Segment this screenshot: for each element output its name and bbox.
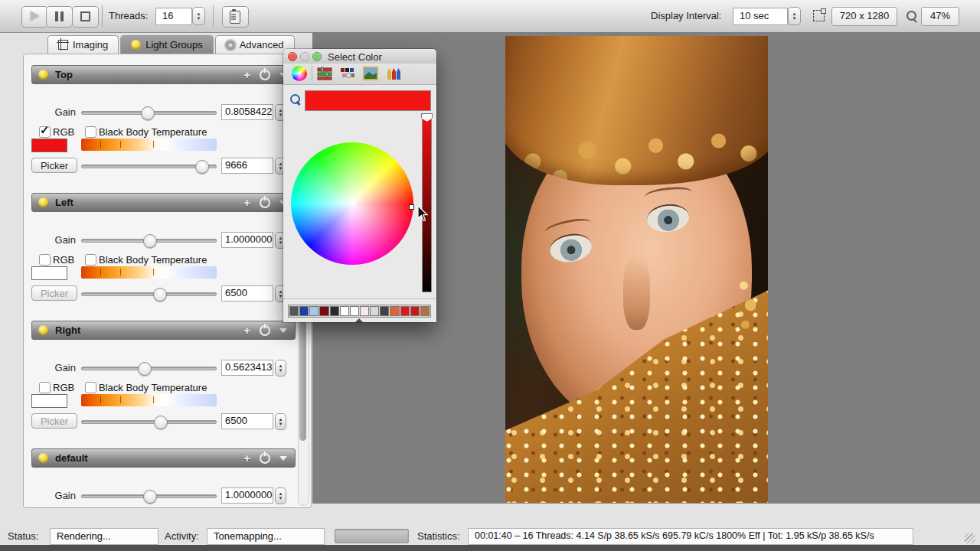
picker-value[interactable]: 6500 <box>221 285 273 302</box>
crayons-mode-icon[interactable] <box>386 67 401 80</box>
add-icon[interactable]: + <box>243 69 250 80</box>
gain-slider-thumb[interactable] <box>141 106 155 120</box>
color-swatch[interactable] <box>330 306 339 316</box>
group-color-swatch[interactable] <box>31 266 67 280</box>
picker-slider[interactable] <box>81 285 217 302</box>
color-wheel-mode-icon[interactable] <box>292 66 307 81</box>
minimize-icon[interactable] <box>300 52 309 61</box>
power-icon[interactable] <box>260 197 270 208</box>
add-icon[interactable]: + <box>243 452 250 464</box>
blackbody-gradient[interactable] <box>81 394 217 406</box>
picker-slider[interactable] <box>81 158 217 174</box>
gain-slider[interactable] <box>81 360 217 377</box>
group-header[interactable]: Left + <box>31 193 296 212</box>
gain-slider[interactable] <box>81 232 217 249</box>
image-palette-mode-icon[interactable] <box>363 67 378 80</box>
gain-value[interactable]: 0.8058422 <box>221 104 273 120</box>
gain-value[interactable]: 0.5623413 <box>221 360 273 376</box>
color-swatch[interactable] <box>420 306 430 316</box>
picker-slider-thumb[interactable] <box>195 160 209 174</box>
blackbody-gradient[interactable] <box>81 139 217 151</box>
gain-stepper[interactable]: ▲▼ <box>275 487 286 504</box>
gain-slider-thumb[interactable] <box>143 234 157 248</box>
gain-slider-thumb[interactable] <box>138 362 152 376</box>
blackbody-gradient[interactable] <box>81 266 217 279</box>
gain-value[interactable]: 1.0000000 <box>221 487 273 504</box>
color-swatch[interactable] <box>289 306 299 316</box>
gain-stepper[interactable]: ▲▼ <box>275 360 286 377</box>
picker-stepper[interactable]: ▲▼ <box>275 413 286 430</box>
power-icon[interactable] <box>260 453 270 464</box>
zoom-magnifier-icon[interactable] <box>906 11 916 21</box>
tab-advanced[interactable]: Advanced <box>215 35 295 54</box>
color-swatch[interactable] <box>400 306 410 316</box>
color-swatch[interactable] <box>360 306 369 316</box>
bbt-checkbox[interactable] <box>85 254 96 266</box>
add-icon[interactable]: + <box>243 197 250 208</box>
display-interval-input[interactable]: 10 sec <box>733 8 788 25</box>
stop-button[interactable] <box>72 6 99 28</box>
resize-icon[interactable] <box>813 10 825 21</box>
pause-button[interactable] <box>46 6 73 28</box>
status-value: Rendering... <box>50 528 158 545</box>
picker-slider[interactable] <box>81 413 217 430</box>
dialog-titlebar[interactable]: Select Color <box>283 49 436 64</box>
group-color-swatch[interactable] <box>31 139 67 152</box>
group-header[interactable]: default + <box>31 448 296 468</box>
gain-value[interactable]: 1.0000000 <box>221 232 273 248</box>
picker-slider-thumb[interactable] <box>153 288 167 302</box>
close-icon[interactable] <box>288 52 297 61</box>
rgb-checkbox[interactable] <box>39 126 51 138</box>
tab-label: Imaging <box>73 39 108 51</box>
add-icon[interactable]: + <box>243 324 250 336</box>
gain-slider-thumb[interactable] <box>143 490 157 504</box>
bbt-checkbox[interactable] <box>85 382 96 393</box>
zoom-level-display[interactable]: 47% <box>921 7 959 26</box>
color-swatch[interactable] <box>380 306 389 316</box>
slider-track <box>81 292 217 296</box>
color-search-icon[interactable] <box>290 94 300 104</box>
group-header[interactable]: Right + <box>31 321 296 340</box>
rgb-checkbox[interactable] <box>39 254 51 266</box>
color-swatch[interactable] <box>299 306 309 316</box>
threads-stepper[interactable]: ▲▼ <box>192 7 205 25</box>
chevron-down-icon[interactable] <box>279 328 287 333</box>
dialog-mode-toolbar <box>283 64 436 85</box>
drawer-resize-handle[interactable] <box>355 318 363 322</box>
color-wheel[interactable] <box>291 142 413 265</box>
picker-button[interactable]: Picker <box>31 285 77 301</box>
rgb-checkbox[interactable] <box>39 382 51 393</box>
bbt-checkbox[interactable] <box>85 126 96 138</box>
color-swatch[interactable] <box>370 306 379 316</box>
picker-button[interactable]: Picker <box>31 158 77 173</box>
color-palettes-mode-icon[interactable] <box>340 67 355 80</box>
power-icon[interactable] <box>260 70 270 80</box>
play-button[interactable] <box>21 6 48 28</box>
color-swatch[interactable] <box>319 306 328 316</box>
picker-value[interactable]: 9666 <box>221 158 273 174</box>
gain-slider[interactable] <box>81 487 217 504</box>
color-swatch[interactable] <box>390 306 399 316</box>
chevron-down-icon[interactable] <box>279 456 287 461</box>
display-interval-stepper[interactable]: ▲▼ <box>788 7 801 25</box>
tab-light-groups[interactable]: Light Groups <box>120 35 213 54</box>
color-sliders-mode-icon[interactable] <box>317 67 332 80</box>
picker-value[interactable]: 6500 <box>221 413 273 429</box>
copy-button[interactable] <box>222 6 249 28</box>
brightness-slider[interactable] <box>422 115 432 292</box>
color-swatch[interactable] <box>340 306 349 316</box>
color-swatch[interactable] <box>350 306 359 316</box>
color-wheel-marker[interactable] <box>409 204 414 210</box>
color-swatch[interactable] <box>309 306 318 316</box>
resize-grip[interactable] <box>965 533 975 543</box>
picker-slider-thumb[interactable] <box>154 416 168 429</box>
zoom-window-icon[interactable] <box>312 52 322 61</box>
group-color-swatch[interactable] <box>31 394 67 408</box>
threads-input[interactable]: 16 <box>155 8 192 25</box>
color-swatch[interactable] <box>410 306 420 316</box>
tab-imaging[interactable]: Imaging <box>47 35 119 54</box>
picker-button[interactable]: Picker <box>31 413 77 429</box>
gain-slider[interactable] <box>81 104 217 121</box>
power-icon[interactable] <box>260 325 270 336</box>
group-header[interactable]: Top + <box>31 65 296 84</box>
